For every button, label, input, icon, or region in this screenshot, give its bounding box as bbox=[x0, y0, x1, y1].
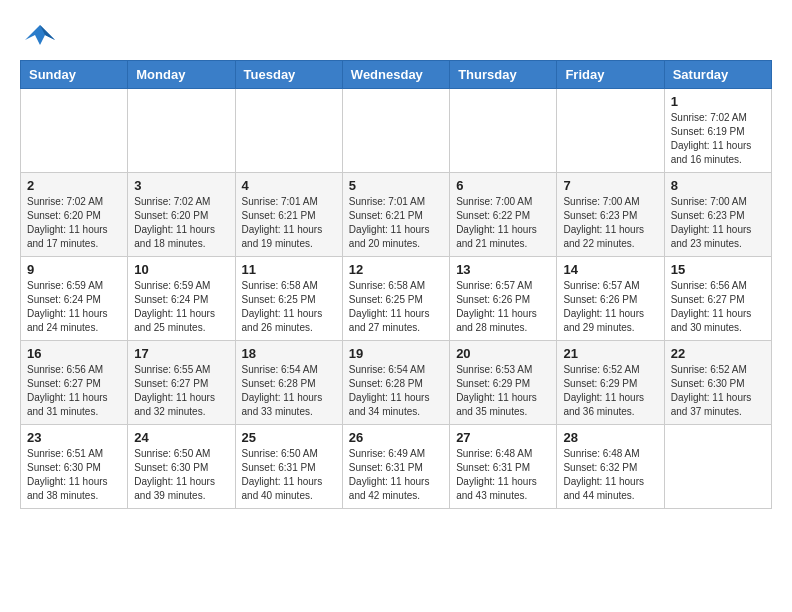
calendar-cell: 6Sunrise: 7:00 AM Sunset: 6:22 PM Daylig… bbox=[450, 173, 557, 257]
col-friday: Friday bbox=[557, 61, 664, 89]
calendar-cell bbox=[557, 89, 664, 173]
calendar-week-row: 2Sunrise: 7:02 AM Sunset: 6:20 PM Daylig… bbox=[21, 173, 772, 257]
day-number: 17 bbox=[134, 346, 228, 361]
calendar-header-row: Sunday Monday Tuesday Wednesday Thursday… bbox=[21, 61, 772, 89]
day-number: 4 bbox=[242, 178, 336, 193]
page-header bbox=[20, 20, 772, 50]
day-number: 19 bbox=[349, 346, 443, 361]
day-info: Sunrise: 6:55 AM Sunset: 6:27 PM Dayligh… bbox=[134, 363, 228, 419]
day-info: Sunrise: 6:59 AM Sunset: 6:24 PM Dayligh… bbox=[27, 279, 121, 335]
day-number: 1 bbox=[671, 94, 765, 109]
calendar-cell: 24Sunrise: 6:50 AM Sunset: 6:30 PM Dayli… bbox=[128, 425, 235, 509]
day-number: 13 bbox=[456, 262, 550, 277]
calendar-cell bbox=[664, 425, 771, 509]
calendar-cell bbox=[235, 89, 342, 173]
day-info: Sunrise: 6:51 AM Sunset: 6:30 PM Dayligh… bbox=[27, 447, 121, 503]
day-number: 2 bbox=[27, 178, 121, 193]
day-number: 10 bbox=[134, 262, 228, 277]
day-number: 27 bbox=[456, 430, 550, 445]
day-number: 3 bbox=[134, 178, 228, 193]
calendar-cell: 8Sunrise: 7:00 AM Sunset: 6:23 PM Daylig… bbox=[664, 173, 771, 257]
day-number: 21 bbox=[563, 346, 657, 361]
day-info: Sunrise: 7:00 AM Sunset: 6:23 PM Dayligh… bbox=[563, 195, 657, 251]
calendar-week-row: 9Sunrise: 6:59 AM Sunset: 6:24 PM Daylig… bbox=[21, 257, 772, 341]
col-monday: Monday bbox=[128, 61, 235, 89]
calendar-body: 1Sunrise: 7:02 AM Sunset: 6:19 PM Daylig… bbox=[21, 89, 772, 509]
calendar-cell: 13Sunrise: 6:57 AM Sunset: 6:26 PM Dayli… bbox=[450, 257, 557, 341]
day-info: Sunrise: 7:02 AM Sunset: 6:20 PM Dayligh… bbox=[27, 195, 121, 251]
day-info: Sunrise: 6:48 AM Sunset: 6:32 PM Dayligh… bbox=[563, 447, 657, 503]
calendar-week-row: 1Sunrise: 7:02 AM Sunset: 6:19 PM Daylig… bbox=[21, 89, 772, 173]
calendar-cell: 26Sunrise: 6:49 AM Sunset: 6:31 PM Dayli… bbox=[342, 425, 449, 509]
day-number: 18 bbox=[242, 346, 336, 361]
day-info: Sunrise: 7:00 AM Sunset: 6:22 PM Dayligh… bbox=[456, 195, 550, 251]
col-saturday: Saturday bbox=[664, 61, 771, 89]
day-info: Sunrise: 7:02 AM Sunset: 6:19 PM Dayligh… bbox=[671, 111, 765, 167]
calendar-week-row: 16Sunrise: 6:56 AM Sunset: 6:27 PM Dayli… bbox=[21, 341, 772, 425]
day-info: Sunrise: 6:56 AM Sunset: 6:27 PM Dayligh… bbox=[671, 279, 765, 335]
calendar-cell: 22Sunrise: 6:52 AM Sunset: 6:30 PM Dayli… bbox=[664, 341, 771, 425]
day-info: Sunrise: 6:50 AM Sunset: 6:30 PM Dayligh… bbox=[134, 447, 228, 503]
calendar-cell: 5Sunrise: 7:01 AM Sunset: 6:21 PM Daylig… bbox=[342, 173, 449, 257]
day-number: 6 bbox=[456, 178, 550, 193]
calendar-cell: 27Sunrise: 6:48 AM Sunset: 6:31 PM Dayli… bbox=[450, 425, 557, 509]
day-info: Sunrise: 6:52 AM Sunset: 6:29 PM Dayligh… bbox=[563, 363, 657, 419]
day-info: Sunrise: 6:54 AM Sunset: 6:28 PM Dayligh… bbox=[242, 363, 336, 419]
day-number: 5 bbox=[349, 178, 443, 193]
day-info: Sunrise: 6:58 AM Sunset: 6:25 PM Dayligh… bbox=[242, 279, 336, 335]
calendar-cell: 11Sunrise: 6:58 AM Sunset: 6:25 PM Dayli… bbox=[235, 257, 342, 341]
col-sunday: Sunday bbox=[21, 61, 128, 89]
day-info: Sunrise: 6:48 AM Sunset: 6:31 PM Dayligh… bbox=[456, 447, 550, 503]
calendar-cell: 16Sunrise: 6:56 AM Sunset: 6:27 PM Dayli… bbox=[21, 341, 128, 425]
day-info: Sunrise: 6:52 AM Sunset: 6:30 PM Dayligh… bbox=[671, 363, 765, 419]
day-info: Sunrise: 6:56 AM Sunset: 6:27 PM Dayligh… bbox=[27, 363, 121, 419]
calendar-cell: 14Sunrise: 6:57 AM Sunset: 6:26 PM Dayli… bbox=[557, 257, 664, 341]
day-number: 28 bbox=[563, 430, 657, 445]
calendar-cell: 4Sunrise: 7:01 AM Sunset: 6:21 PM Daylig… bbox=[235, 173, 342, 257]
calendar-cell: 20Sunrise: 6:53 AM Sunset: 6:29 PM Dayli… bbox=[450, 341, 557, 425]
calendar-cell: 21Sunrise: 6:52 AM Sunset: 6:29 PM Dayli… bbox=[557, 341, 664, 425]
col-thursday: Thursday bbox=[450, 61, 557, 89]
day-info: Sunrise: 6:53 AM Sunset: 6:29 PM Dayligh… bbox=[456, 363, 550, 419]
day-info: Sunrise: 6:50 AM Sunset: 6:31 PM Dayligh… bbox=[242, 447, 336, 503]
day-number: 23 bbox=[27, 430, 121, 445]
day-number: 24 bbox=[134, 430, 228, 445]
day-info: Sunrise: 7:01 AM Sunset: 6:21 PM Dayligh… bbox=[349, 195, 443, 251]
day-number: 16 bbox=[27, 346, 121, 361]
calendar-cell: 18Sunrise: 6:54 AM Sunset: 6:28 PM Dayli… bbox=[235, 341, 342, 425]
calendar-cell bbox=[128, 89, 235, 173]
calendar-cell bbox=[450, 89, 557, 173]
calendar-cell: 7Sunrise: 7:00 AM Sunset: 6:23 PM Daylig… bbox=[557, 173, 664, 257]
day-info: Sunrise: 7:01 AM Sunset: 6:21 PM Dayligh… bbox=[242, 195, 336, 251]
day-number: 7 bbox=[563, 178, 657, 193]
calendar-table: Sunday Monday Tuesday Wednesday Thursday… bbox=[20, 60, 772, 509]
calendar-week-row: 23Sunrise: 6:51 AM Sunset: 6:30 PM Dayli… bbox=[21, 425, 772, 509]
logo bbox=[20, 20, 64, 50]
calendar-cell: 1Sunrise: 7:02 AM Sunset: 6:19 PM Daylig… bbox=[664, 89, 771, 173]
day-info: Sunrise: 7:00 AM Sunset: 6:23 PM Dayligh… bbox=[671, 195, 765, 251]
day-info: Sunrise: 6:57 AM Sunset: 6:26 PM Dayligh… bbox=[456, 279, 550, 335]
day-number: 8 bbox=[671, 178, 765, 193]
day-number: 15 bbox=[671, 262, 765, 277]
day-number: 22 bbox=[671, 346, 765, 361]
calendar-cell: 17Sunrise: 6:55 AM Sunset: 6:27 PM Dayli… bbox=[128, 341, 235, 425]
day-info: Sunrise: 6:57 AM Sunset: 6:26 PM Dayligh… bbox=[563, 279, 657, 335]
calendar-cell bbox=[342, 89, 449, 173]
day-number: 20 bbox=[456, 346, 550, 361]
day-number: 11 bbox=[242, 262, 336, 277]
calendar-cell: 9Sunrise: 6:59 AM Sunset: 6:24 PM Daylig… bbox=[21, 257, 128, 341]
calendar-cell: 2Sunrise: 7:02 AM Sunset: 6:20 PM Daylig… bbox=[21, 173, 128, 257]
day-number: 12 bbox=[349, 262, 443, 277]
day-info: Sunrise: 6:49 AM Sunset: 6:31 PM Dayligh… bbox=[349, 447, 443, 503]
calendar-cell bbox=[21, 89, 128, 173]
calendar-cell: 15Sunrise: 6:56 AM Sunset: 6:27 PM Dayli… bbox=[664, 257, 771, 341]
svg-marker-0 bbox=[25, 25, 55, 45]
calendar-cell: 23Sunrise: 6:51 AM Sunset: 6:30 PM Dayli… bbox=[21, 425, 128, 509]
logo-icon bbox=[20, 20, 60, 50]
day-info: Sunrise: 6:58 AM Sunset: 6:25 PM Dayligh… bbox=[349, 279, 443, 335]
day-number: 9 bbox=[27, 262, 121, 277]
day-number: 25 bbox=[242, 430, 336, 445]
calendar-cell: 10Sunrise: 6:59 AM Sunset: 6:24 PM Dayli… bbox=[128, 257, 235, 341]
day-info: Sunrise: 6:59 AM Sunset: 6:24 PM Dayligh… bbox=[134, 279, 228, 335]
day-number: 26 bbox=[349, 430, 443, 445]
